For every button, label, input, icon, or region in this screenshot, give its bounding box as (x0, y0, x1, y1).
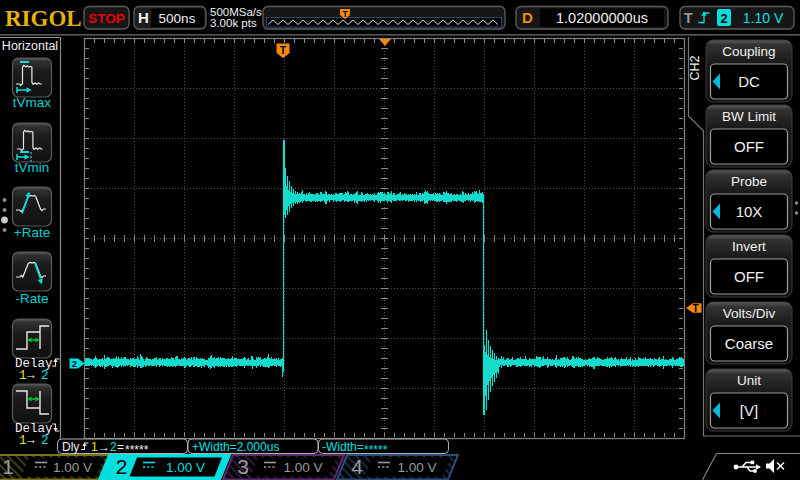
svg-text:3.00k pts: 3.00k pts (210, 17, 257, 29)
svg-text:T: T (692, 303, 698, 314)
svg-text:1: 1 (19, 369, 27, 383)
svg-text:1.00 V: 1.00 V (397, 460, 436, 475)
svg-text:2: 2 (72, 358, 77, 369)
svg-text:1: 1 (91, 440, 98, 454)
svg-text:T: T (684, 10, 693, 26)
svg-text:10X: 10X (736, 203, 763, 220)
svg-text:STOP: STOP (88, 11, 125, 26)
svg-text:T: T (280, 44, 287, 56)
svg-text:=: = (117, 440, 124, 454)
svg-text:1: 1 (2, 455, 14, 478)
svg-text:H: H (138, 9, 149, 26)
svg-text:tVmin: tVmin (15, 160, 50, 175)
svg-text:500ns: 500ns (159, 11, 196, 26)
svg-text:OFF: OFF (734, 138, 764, 155)
svg-text:1: 1 (19, 434, 27, 448)
svg-text:3: 3 (237, 455, 249, 478)
svg-text:2: 2 (41, 434, 49, 448)
svg-text:-Rate: -Rate (15, 291, 48, 306)
svg-text:→: → (27, 434, 35, 448)
svg-text:4: 4 (351, 455, 363, 478)
svg-text:Invert: Invert (732, 239, 766, 254)
svg-text:→: → (98, 440, 110, 454)
svg-text:DC: DC (738, 73, 760, 90)
svg-text:2: 2 (116, 455, 128, 478)
svg-text:1.10 V: 1.10 V (743, 10, 784, 26)
svg-text:1.00 V: 1.00 V (53, 460, 92, 475)
svg-text:[V]: [V] (740, 402, 758, 419)
svg-text:1.00 V: 1.00 V (166, 460, 205, 475)
svg-text:Coupling: Coupling (722, 44, 775, 59)
svg-text:Volts/Div: Volts/Div (723, 306, 776, 321)
svg-text:BW Limit: BW Limit (722, 109, 776, 124)
svg-text:Dly: Dly (62, 440, 79, 454)
svg-text:Horizontal: Horizontal (2, 39, 58, 53)
svg-text:2: 2 (41, 369, 49, 383)
svg-text:Coarse: Coarse (725, 335, 773, 352)
svg-text:T: T (342, 9, 348, 19)
svg-text:tVmax: tVmax (13, 95, 52, 110)
svg-text:→: → (27, 369, 35, 383)
svg-text:Probe: Probe (731, 174, 767, 189)
svg-text:D: D (522, 9, 533, 26)
svg-text:OFF: OFF (734, 268, 764, 285)
svg-text:Unit: Unit (737, 373, 761, 388)
svg-text:2: 2 (720, 11, 727, 26)
svg-text:+Rate: +Rate (14, 225, 50, 240)
svg-text:+Width=2.000us: +Width=2.000us (192, 440, 279, 454)
svg-text:CH2: CH2 (688, 55, 702, 80)
svg-text:1.02000000us: 1.02000000us (556, 10, 648, 26)
svg-text:2: 2 (110, 440, 117, 454)
svg-text:RIGOL: RIGOL (5, 6, 82, 31)
svg-text:-Width=: -Width= (322, 440, 364, 454)
svg-text:1.00 V: 1.00 V (283, 460, 322, 475)
